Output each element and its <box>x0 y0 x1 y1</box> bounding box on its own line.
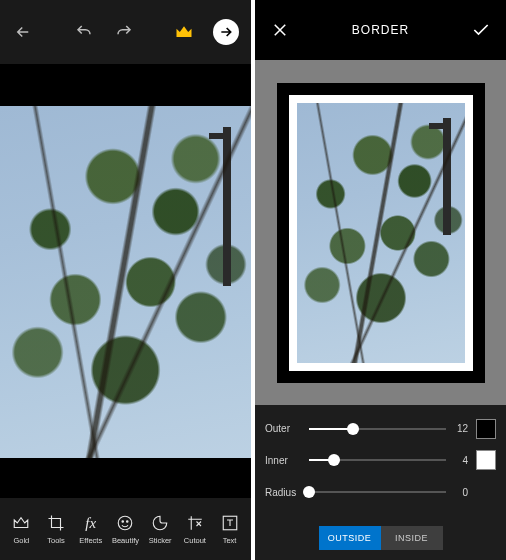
back-icon[interactable] <box>12 21 34 43</box>
editor-screen: Gold Tools fx Effects Beautify Sticker C… <box>0 0 251 560</box>
slider-value: 0 <box>454 487 468 498</box>
spacer <box>476 482 496 502</box>
border-outer-frame <box>277 83 485 383</box>
slider-label: Radius <box>265 487 301 498</box>
outer-color-swatch[interactable] <box>476 419 496 439</box>
slider-value: 4 <box>454 455 468 466</box>
slider-radius[interactable]: Radius 0 <box>265 482 496 502</box>
forward-button[interactable] <box>213 19 239 45</box>
text-icon <box>221 513 239 533</box>
slider-track[interactable] <box>309 459 446 461</box>
preview-photo <box>297 103 465 363</box>
tool-label: Gold <box>13 536 29 545</box>
undo-icon[interactable] <box>73 21 95 43</box>
slider-thumb[interactable] <box>328 454 340 466</box>
svg-point-0 <box>119 516 133 530</box>
slider-outer[interactable]: Outer 12 <box>265 419 496 439</box>
slider-thumb[interactable] <box>303 486 315 498</box>
redo-icon[interactable] <box>113 21 135 43</box>
tool-tools[interactable]: Tools <box>39 513 73 545</box>
slider-label: Inner <box>265 455 301 466</box>
panel-title: BORDER <box>352 23 409 37</box>
border-mode-tabs: OUTSIDE INSIDE <box>255 516 506 560</box>
tool-beautify[interactable]: Beautify <box>108 513 142 545</box>
tool-label: Tools <box>47 536 65 545</box>
tool-sticker[interactable]: Sticker <box>143 513 177 545</box>
svg-point-1 <box>122 521 124 523</box>
tool-gold[interactable]: Gold <box>4 513 38 545</box>
border-topbar: BORDER <box>255 0 506 60</box>
fx-icon: fx <box>85 513 96 533</box>
tool-label: Effects <box>79 536 102 545</box>
slider-label: Outer <box>265 423 301 434</box>
border-controls: Outer 12 Inner 4 Radius <box>255 405 506 516</box>
slider-track[interactable] <box>309 428 446 430</box>
slider-track[interactable] <box>309 491 446 493</box>
tab-outside[interactable]: OUTSIDE <box>319 526 381 550</box>
border-preview[interactable] <box>255 60 506 405</box>
photo-tree <box>0 106 251 458</box>
slider-thumb[interactable] <box>347 423 359 435</box>
tool-text[interactable]: Text <box>213 513 247 545</box>
tool-label: Cutout <box>184 536 206 545</box>
border-screen: BORDER Outer 12 <box>255 0 506 560</box>
tool-label: Sticker <box>149 536 172 545</box>
slider-value: 12 <box>454 423 468 434</box>
svg-point-2 <box>127 521 129 523</box>
close-icon[interactable] <box>269 19 291 41</box>
sticker-icon <box>151 513 169 533</box>
cutout-icon <box>186 513 204 533</box>
inner-color-swatch[interactable] <box>476 450 496 470</box>
tool-label: Beautify <box>112 536 139 545</box>
tab-inside[interactable]: INSIDE <box>381 526 443 550</box>
crop-icon <box>47 513 65 533</box>
border-inner-frame <box>289 95 473 371</box>
crown-icon <box>12 513 30 533</box>
editor-canvas[interactable] <box>0 106 251 458</box>
slider-inner[interactable]: Inner 4 <box>265 450 496 470</box>
confirm-icon[interactable] <box>470 19 492 41</box>
tool-cutout[interactable]: Cutout <box>178 513 212 545</box>
face-icon <box>116 513 134 533</box>
editor-toolbar: Gold Tools fx Effects Beautify Sticker C… <box>0 498 251 560</box>
tool-effects[interactable]: fx Effects <box>74 513 108 545</box>
tool-label: Text <box>223 536 237 545</box>
premium-crown-icon[interactable] <box>173 21 195 43</box>
editor-topbar <box>0 0 251 64</box>
